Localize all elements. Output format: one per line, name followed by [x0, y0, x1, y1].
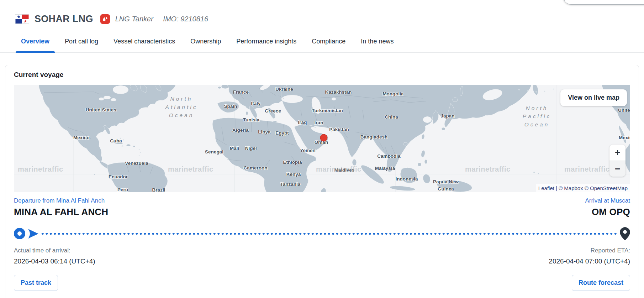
zoom-out-button[interactable]: −	[609, 161, 625, 177]
map-country-label: Tanzania	[280, 182, 301, 187]
map-country-label: Italy	[251, 101, 260, 106]
tab-ownership[interactable]: Ownership	[185, 31, 226, 52]
route-dotted-line	[41, 232, 617, 235]
map-country-label: Algeria	[232, 127, 249, 133]
tab-compliance[interactable]: Compliance	[306, 31, 351, 52]
map-country-label: Malaysia	[375, 166, 395, 171]
vessel-position-marker[interactable]	[320, 134, 328, 142]
map-country-label: Ecuador	[109, 174, 128, 179]
tab-bar: OverviewPort call logVessel characterist…	[0, 31, 644, 53]
map-country-label: France	[233, 89, 249, 95]
map-watermark: marinetraffic	[316, 165, 361, 173]
map-watermark: marinetraffic	[465, 165, 511, 173]
map-country-label: Iran	[315, 120, 323, 125]
map-ocean-label: NorthPacificOcean	[523, 104, 551, 129]
cutoff-floating-panel	[563, 0, 644, 5]
tanker-type-icon	[100, 14, 110, 24]
voyage-map[interactable]: United StatesMexicoCubaVenezuelaEcuadorP…	[14, 85, 630, 192]
map-country-label: Cambodia	[377, 153, 400, 159]
map-country-label: Niger	[245, 146, 258, 151]
map-ocean-label: NorthAtlanticOcean	[165, 95, 198, 119]
vessel-type: LNG Tanker	[115, 15, 153, 23]
map-country-label: Pakistan	[329, 127, 349, 132]
map-country-label: Iraq	[298, 120, 307, 125]
tab-vessel-characteristics[interactable]: Vessel characteristics	[108, 31, 180, 52]
map-zoom-control: + −	[609, 145, 625, 177]
voyage-progress-bar	[14, 226, 630, 241]
map-country-label: Tunisia	[243, 117, 259, 122]
eta-value: 2026-04-04 07:00 (UTC+4)	[549, 257, 630, 265]
eta-label: Reported ETA:	[591, 247, 630, 254]
map-country-label: Mexico	[73, 135, 90, 140]
ata-value: 2026-04-03 06:14 (UTC+4)	[14, 257, 95, 265]
map-country-label: Papua New	[433, 179, 459, 184]
map-watermark: marinetraffic	[168, 165, 213, 173]
panama-flag-icon	[15, 14, 29, 24]
map-attribution[interactable]: Leaflet | © Mapbox © OpenStreetMap	[536, 184, 630, 192]
departure-port-name: MINA AL FAHL ANCH	[14, 206, 108, 218]
map-country-label: Cameroon	[244, 165, 268, 171]
vessel-name: SOHAR LNG	[35, 14, 93, 25]
map-country-label: United States	[618, 108, 630, 113]
vessel-header: SOHAR LNG LNG Tanker IMO: 9210816	[15, 14, 644, 25]
map-country-label: Venezuela	[125, 161, 148, 166]
tab-performance-insights[interactable]: Performance insights	[231, 31, 302, 52]
map-country-label: Greece	[265, 108, 281, 114]
vessel-direction-icon	[28, 229, 38, 239]
map-watermark: marinetraffic	[564, 165, 610, 173]
tab-overview[interactable]: Overview	[16, 31, 55, 52]
map-country-label: Peru	[117, 187, 128, 192]
destination-pin-icon	[620, 227, 630, 240]
map-country-label: Kenya	[286, 172, 301, 177]
arrival-port-name: OM OPQ	[592, 206, 630, 218]
map-country-label: Cuba	[110, 138, 122, 143]
past-track-button[interactable]: Past track	[14, 275, 58, 291]
current-voyage-card: Current voyage	[5, 65, 639, 298]
map-watermark: marinetraffic	[18, 165, 63, 173]
map-country-label: Libya	[258, 129, 270, 135]
map-country-label: Turkmenistan	[312, 108, 343, 113]
departure-link[interactable]: Departure from Mina Al Fahl Anch	[14, 197, 105, 204]
map-country-label: China	[385, 114, 398, 120]
map-country-label: Senegal	[205, 149, 223, 155]
map-country-label: Yemen	[300, 148, 316, 153]
map-country-label: Mali	[230, 146, 239, 151]
tab-in-the-news[interactable]: In the news	[355, 31, 399, 52]
map-country-label: Mongolia	[382, 91, 403, 96]
map-country-label: United States	[86, 107, 116, 113]
map-country-label: Egypt	[275, 130, 289, 136]
route-forecast-button[interactable]: Route forecast	[572, 275, 630, 291]
map-country-label: Kazakhstan	[325, 89, 352, 95]
tab-port-call-log[interactable]: Port call log	[59, 31, 104, 52]
map-country-label: Guinea	[438, 186, 454, 192]
map-country-label: Brazil	[152, 187, 165, 193]
vessel-subtitle: LNG Tanker IMO: 9210816	[115, 15, 208, 23]
vessel-imo: IMO: 9210816	[163, 15, 208, 23]
map-country-label: Ukraine	[275, 87, 293, 92]
card-title: Current voyage	[14, 71, 630, 79]
departure-point-icon	[14, 228, 25, 239]
map-country-label: Japan	[440, 113, 454, 119]
zoom-in-button[interactable]: +	[609, 145, 625, 161]
ata-label: Actual time of arrival:	[14, 247, 70, 254]
view-live-map-button[interactable]: View on live map	[560, 89, 627, 106]
map-country-label: Ethiopia	[283, 160, 302, 165]
map-country-label: Indonesia	[395, 176, 418, 182]
arrival-link[interactable]: Arrival at Muscat	[585, 197, 630, 204]
map-country-label: Spain	[224, 104, 237, 109]
map-country-label: Mexico	[619, 135, 630, 140]
map-country-label: Bangladesh	[360, 134, 388, 140]
